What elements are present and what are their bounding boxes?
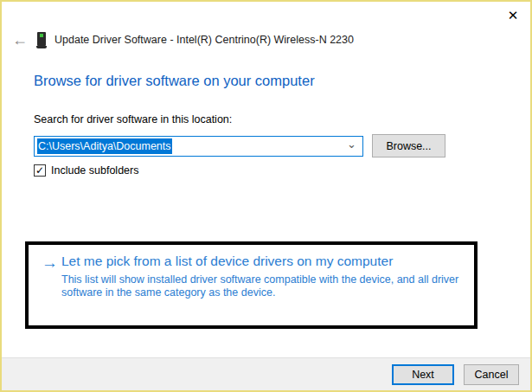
checkmark-icon: ✓ [35,165,44,176]
window-title: Update Driver Software - Intel(R) Centri… [54,34,354,46]
footer-bar: Next Cancel [2,357,530,390]
driver-device-icon [36,32,47,48]
command-link-description: This list will show installed driver sof… [61,273,461,299]
command-link-arrow-icon: → [42,254,58,271]
driver-path-selected-text[interactable]: C:\Users\Aditya\Documents [37,138,172,154]
close-icon[interactable]: ✕ [503,6,522,25]
browse-button[interactable]: Browse... [372,134,445,157]
chevron-down-icon[interactable]: ⌄ [347,138,356,151]
back-arrow-icon[interactable]: ← [10,31,29,48]
device-base-shape [36,46,47,48]
page-heading: Browse for driver software on your compu… [34,73,315,89]
next-button[interactable]: Next [392,364,454,385]
search-location-label: Search for driver software in this locat… [34,113,232,125]
include-subfolders-row: ✓ Include subfolders [34,164,138,177]
cancel-button[interactable]: Cancel [464,364,519,385]
let-me-pick-command-link[interactable]: Let me pick from a list of device driver… [61,254,393,269]
annotation-highlight-box: → Let me pick from a list of device driv… [25,241,478,329]
include-subfolders-checkbox[interactable]: ✓ [34,164,46,177]
update-driver-wizard-window: ✕ ← Update Driver Software - Intel(R) Ce… [0,0,532,392]
device-led-shape [40,34,43,37]
driver-path-combobox[interactable]: C:\Users\Aditya\Documents ⌄ [34,136,363,157]
include-subfolders-label[interactable]: Include subfolders [51,164,138,177]
